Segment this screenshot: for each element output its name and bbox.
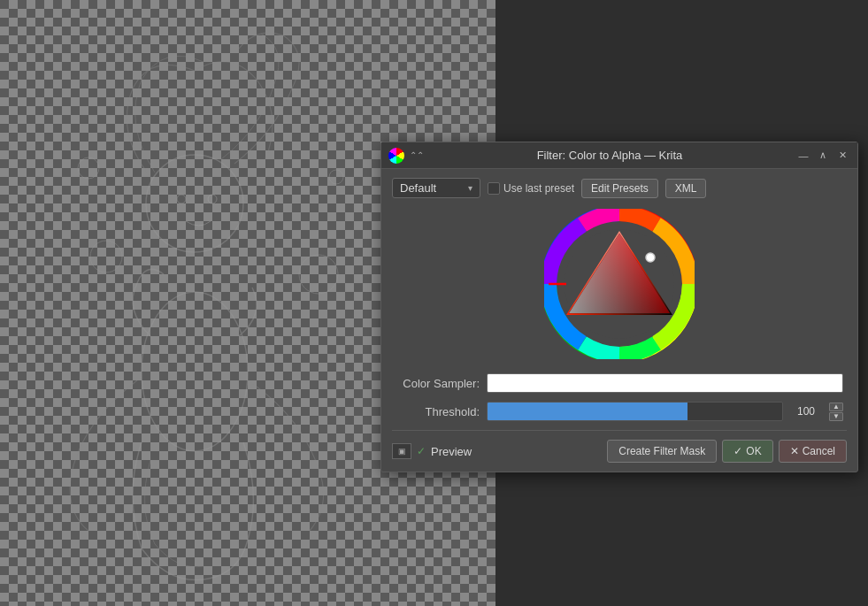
threshold-bar[interactable] <box>487 402 783 421</box>
preview-label[interactable]: Preview <box>431 445 472 458</box>
cancel-label: Cancel <box>803 445 835 457</box>
threshold-label: Threshold: <box>396 405 480 418</box>
svg-point-4 <box>329 170 343 184</box>
maximize-button[interactable]: ∧ <box>815 148 831 164</box>
use-last-preset-checkbox[interactable] <box>488 182 500 195</box>
svg-point-7 <box>208 195 217 203</box>
threshold-value: 100 <box>788 405 824 418</box>
xml-button[interactable]: XML <box>665 179 707 198</box>
color-wheel-wrapper[interactable] <box>544 209 695 359</box>
color-wheel-svg[interactable] <box>544 209 695 359</box>
filter-dialog: ⌃⌃ Filter: Color to Alpha — Krita — ∧ ✕ … <box>380 142 858 472</box>
use-last-preset-label[interactable]: Use last preset <box>488 182 574 195</box>
dialog-titlebar: ⌃⌃ Filter: Color to Alpha — Krita — ∧ ✕ <box>381 142 857 169</box>
close-button[interactable]: ✕ <box>834 148 850 164</box>
toolbar-row: Default ▾ Use last preset Edit Presets X… <box>392 178 847 198</box>
threshold-up-button[interactable]: ▲ <box>829 403 843 411</box>
minimize-button[interactable]: — <box>795 148 811 164</box>
ok-button[interactable]: ✓ OK <box>722 440 772 463</box>
color-sampler-label: Color Sampler: <box>396 377 480 390</box>
dropdown-arrow: ▾ <box>468 183 472 193</box>
svg-point-2 <box>90 241 122 272</box>
krita-logo <box>388 148 404 164</box>
preset-label: Default <box>400 181 436 195</box>
dialog-body: Default ▾ Use last preset Edit Presets X… <box>381 169 857 472</box>
svg-point-6 <box>177 195 186 203</box>
threshold-row: Threshold: 100 ▲ ▼ <box>396 402 843 421</box>
threshold-container: 100 ▲ ▼ <box>487 402 843 421</box>
preview-icon[interactable]: ▣ <box>392 443 411 459</box>
cancel-icon: ✕ <box>790 445 799 457</box>
create-filter-mask-button[interactable]: Create Filter Mask <box>607 440 717 463</box>
bottom-row: ▣ ✓ Preview Create Filter Mask ✓ OK ✕ Ca… <box>392 430 847 463</box>
preset-dropdown[interactable]: Default ▾ <box>392 178 480 198</box>
title-left: ⌃⌃ <box>388 148 424 164</box>
use-last-preset-text: Use last preset <box>503 182 574 195</box>
svg-point-3 <box>78 157 99 179</box>
ok-label: OK <box>746 445 761 457</box>
edit-presets-button[interactable]: Edit Presets <box>581 179 658 198</box>
svg-point-1 <box>146 155 243 252</box>
svg-point-0 <box>142 292 248 451</box>
ok-icon: ✓ <box>734 445 742 457</box>
color-selector-dot[interactable] <box>646 253 655 262</box>
threshold-down-button[interactable]: ▼ <box>829 412 843 421</box>
svg-point-5 <box>299 255 338 294</box>
preview-checkmark: ✓ <box>417 445 426 457</box>
color-sampler-bar[interactable] <box>487 373 843 393</box>
window-controls: — ∧ ✕ <box>795 148 850 164</box>
cancel-button[interactable]: ✕ Cancel <box>779 440 847 463</box>
color-wheel-container <box>392 209 847 359</box>
controls-area: Color Sampler: Threshold: 100 ▲ ▼ <box>392 373 847 421</box>
action-buttons: Create Filter Mask ✓ OK ✕ Cancel <box>607 440 847 463</box>
collapse-button[interactable]: ⌃⌃ <box>410 149 424 163</box>
threshold-bar-fill <box>488 403 687 420</box>
preview-section: ▣ ✓ Preview <box>392 443 472 459</box>
dialog-title: Filter: Color to Alpha — Krita <box>424 149 795 162</box>
threshold-spinners: ▲ ▼ <box>829 403 843 421</box>
color-sampler-row: Color Sampler: <box>396 373 843 393</box>
